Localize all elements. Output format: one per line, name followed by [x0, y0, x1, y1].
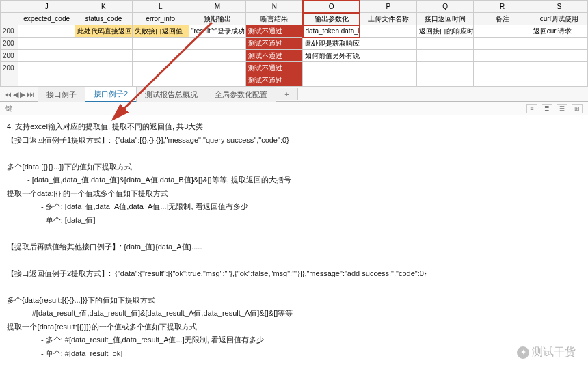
documentation-panel: 4. 支持excel输入对应的提取值, 提取不同的返回值, 共3大类 【接口返回… — [0, 115, 588, 368]
doc-line: - [data_值,data_值,data_值]&[data_A值,data_B… — [7, 174, 581, 186]
row-idx[interactable]: 200 — [1, 25, 18, 38]
cell-assert-result[interactable]: 测试不通过 — [246, 74, 303, 87]
hdr-expected-output[interactable]: 预期输出 — [189, 13, 245, 25]
doc-line: 多个{data{result:[{}{}...]}}下的值如下提取方式 — [7, 295, 581, 306]
hdr-error-info[interactable]: error_info — [132, 13, 189, 25]
row-idx[interactable]: 200 — [1, 38, 18, 50]
cell-note[interactable]: 此处即是获取响应值在其他接口中所需要直接可附值 — [303, 38, 360, 50]
hdr-assert-result[interactable]: 断言结果 — [246, 13, 303, 25]
cell-note[interactable]: 如何附值另外有说明 — [303, 50, 360, 62]
doc-line: - 多个: [data_值,data_A值,data_A值...]无限制, 看返… — [7, 201, 581, 213]
tab-interface-2[interactable]: 接口例子2 — [85, 87, 137, 102]
hdr-response-time[interactable]: 接口返回时间 — [417, 13, 474, 25]
hdr-status-code[interactable]: status_code — [75, 13, 132, 25]
merge-icon[interactable]: ⊞ — [572, 104, 583, 113]
next-icon: ▶ — [20, 90, 25, 99]
col-N[interactable]: N — [246, 1, 303, 13]
doc-line: - 单个: [data_值] — [7, 215, 581, 226]
hdr-upload-file[interactable]: 上传文件名称 — [360, 13, 416, 25]
col-P[interactable]: P — [360, 1, 416, 13]
fx-label: 键 — [0, 104, 18, 113]
table-row[interactable]: 200 测试不通过 此处即是获取响应值在其他接口中所需要直接可附值 — [1, 38, 588, 50]
doc-title: 4. 支持excel输入对应的提取值, 提取不同的返回值, 共3大类 — [7, 121, 581, 133]
first-icon: ⏮ — [4, 90, 12, 99]
align-left-icon[interactable]: ≡ — [526, 104, 537, 113]
cell-expected-output[interactable]: "result":"登录成功" — [189, 25, 245, 38]
tab-interface-1[interactable]: 接口例子 — [38, 87, 85, 102]
table-row[interactable]: 200 此处代码直接返回值 失败接口返回值 "result":"登录成功" 测试… — [1, 25, 588, 38]
cell-output-param[interactable]: data_token,data_id — [303, 25, 360, 38]
doc-line: - #[data_result_值,data_result_值]&[data_r… — [7, 308, 581, 319]
tab-global-params[interactable]: 全局参数化配置 — [206, 87, 276, 102]
prev-icon: ◀ — [13, 90, 18, 99]
col-J[interactable]: J — [18, 1, 75, 13]
hdr-output-param[interactable]: 输出参数化 — [303, 13, 360, 25]
hdr-expected-code[interactable]: expected_code — [18, 13, 75, 25]
doc-line: - 多个: #[data_result_值,data_result_A值...]… — [7, 334, 581, 346]
col-header-row: J K L M N O P Q R S — [1, 1, 588, 13]
cell-curl[interactable]: 返回curl请求 — [531, 25, 587, 38]
watermark: ✦ 测试干货 — [517, 345, 576, 359]
hdr-curl[interactable]: curl调试使用 — [531, 13, 587, 25]
corner-cell — [1, 1, 18, 13]
last-icon: ⏭ — [27, 90, 34, 99]
row-idx[interactable]: 200 — [1, 50, 18, 62]
col-Q[interactable]: Q — [417, 1, 474, 13]
row-idx[interactable]: 200 — [1, 62, 18, 74]
tab-nav-arrows[interactable]: ⏮◀▶⏭ — [0, 90, 38, 99]
watermark-text: 测试干货 — [532, 345, 576, 359]
table-row[interactable]: 200 测试不通过 如何附值另外有说明 — [1, 50, 588, 62]
field-header-row: expected_code status_code error_info 预期输… — [1, 13, 588, 25]
col-S[interactable]: S — [531, 1, 587, 13]
cell-response-time[interactable]: 返回接口的响应时间 — [417, 25, 474, 38]
cell-error-info[interactable]: 失败接口返回值 — [132, 25, 189, 38]
cell-assert-result[interactable]: 测试不通过 — [246, 62, 303, 74]
align-right-icon[interactable]: ☰ — [557, 104, 567, 113]
doc-line: 【提取后再赋值给其他接口例子】: {data_值}{data_A值}..... — [7, 241, 581, 253]
cell-assert-result[interactable]: 测试不通过 — [246, 38, 303, 50]
col-M[interactable]: M — [189, 1, 245, 13]
doc-line: - 单个: #[data_result_ok] — [7, 348, 581, 359]
col-R[interactable]: R — [474, 1, 531, 13]
cell-assert-result[interactable]: 测试不通过 — [246, 50, 303, 62]
add-sheet-button[interactable]: + — [276, 88, 297, 100]
doc-line: 【接口返回值例子2提取方式】: {"data":{"result":[{"ok"… — [7, 268, 581, 279]
doc-line: 提取一个data:[{}]的一个值或多个值如下提取方式 — [7, 188, 581, 200]
doc-line: 多个{data:[{}{}...]}下的值如下提取方式 — [7, 161, 581, 173]
doc-line: 提取一个{data{result:[{}]}}的一个值或多个值如下提取方式 — [7, 321, 581, 333]
sheet-tabs: ⏮◀▶⏭ 接口例子 接口例子2 测试报告总概况 全局参数化配置 + — [0, 87, 588, 102]
wechat-icon: ✦ — [517, 346, 529, 359]
row-idx[interactable] — [1, 74, 18, 87]
align-center-icon[interactable]: ≣ — [542, 104, 552, 113]
col-O[interactable]: O — [303, 1, 360, 13]
doc-line: 【接口返回值例子1提取方式】: {"data":[{},{},{}],"mess… — [7, 135, 581, 146]
col-L[interactable]: L — [132, 1, 189, 13]
tab-report-summary[interactable]: 测试报告总概况 — [137, 87, 206, 102]
formula-bar: 键 ≡ ≣ ☰ ⊞ — [0, 102, 588, 115]
table-row[interactable]: 测试不通过 — [1, 74, 588, 87]
cell-status-code[interactable]: 此处代码直接返回值 — [75, 25, 132, 38]
cell-assert-result[interactable]: 测试不通过 — [246, 25, 303, 38]
spreadsheet-grid[interactable]: J K L M N O P Q R S expected_code status… — [0, 0, 588, 87]
col-K[interactable]: K — [75, 1, 132, 13]
hdr-remark[interactable]: 备注 — [474, 13, 531, 25]
table-row[interactable]: 200 测试不通过 — [1, 62, 588, 74]
